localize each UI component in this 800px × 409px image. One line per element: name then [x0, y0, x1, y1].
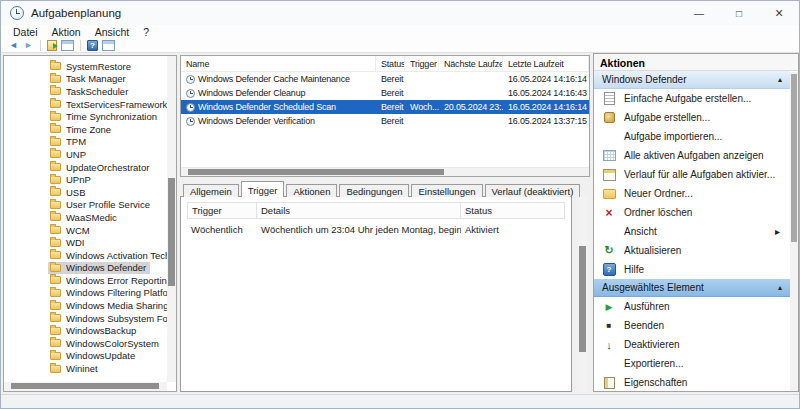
tree-vertical-scrollbar[interactable]: [167, 56, 176, 382]
tree-item[interactable]: TextServicesFramework: [4, 98, 176, 111]
actions-vertical-scrollbar[interactable]: [790, 72, 798, 391]
column-header-next-run[interactable]: Nächste Laufzeit: [439, 56, 503, 72]
action-menu-item[interactable]: Einfache Aufgabe erstellen...: [594, 89, 790, 108]
tree-item[interactable]: WindowsUpdate: [4, 350, 176, 363]
tree-item[interactable]: WCM: [4, 224, 176, 237]
trigger-row[interactable]: Wöchentlich Wöchentlich um 23:04 Uhr jed…: [187, 219, 565, 235]
action-menu-item[interactable]: Deaktivieren: [594, 335, 790, 354]
tree-item-label: TextServicesFramework: [66, 99, 167, 110]
column-header-status[interactable]: Status: [376, 56, 405, 72]
action-menu-item[interactable]: Beenden: [594, 316, 790, 335]
section-header-windows-defender[interactable]: Windows Defender ▴: [594, 71, 790, 89]
action-menu-item[interactable]: Aufgabe importieren...: [594, 127, 790, 146]
detail-vertical-scrollbar[interactable]: [578, 196, 587, 392]
action-pane-icon[interactable]: [102, 40, 115, 51]
action-menu-item[interactable]: Verlauf für alle Aufgaben aktivier...: [594, 165, 790, 184]
detail-tab[interactable]: Allgemein: [183, 184, 239, 197]
tree-item[interactable]: Task Manager: [4, 73, 176, 86]
menu-aktion[interactable]: Aktion: [45, 26, 88, 38]
titlebar[interactable]: Aufgabenplanung — □ ×: [1, 1, 799, 25]
folder-icon: [50, 239, 61, 247]
detail-tab[interactable]: Verlauf (deaktiviert): [485, 184, 581, 197]
tree-vertical-scrollbar-thumb[interactable]: [168, 178, 175, 286]
forward-arrow-icon[interactable]: ►: [21, 40, 36, 50]
action-menu-item[interactable]: Aktualisieren: [594, 241, 790, 260]
action-menu-item[interactable]: Ordner löschen: [594, 203, 790, 222]
maximize-button[interactable]: □: [719, 1, 759, 25]
column-header-trigger[interactable]: Trigger: [405, 56, 439, 72]
task-list-scrollbar-thumb[interactable]: [188, 169, 444, 175]
trigger-column-header[interactable]: Trigger: [187, 202, 257, 219]
collapse-caret-icon[interactable]: ▴: [778, 75, 782, 84]
action-menu-item[interactable]: Eigenschaften: [594, 373, 790, 392]
table-row[interactable]: Windows Defender Verification Bereit 16.…: [181, 114, 589, 128]
table-row[interactable]: Windows Defender Scheduled Scan Bereit W…: [181, 100, 589, 114]
folder-icon: [50, 150, 61, 158]
section-header-selected-element[interactable]: Ausgewähltes Element ▴: [594, 279, 790, 297]
tree-item[interactable]: Windows Activation Techr: [4, 249, 176, 262]
tree-horizontal-scrollbar[interactable]: [4, 382, 167, 391]
tree-item[interactable]: UNP: [4, 148, 176, 161]
menu-ansicht[interactable]: Ansicht: [88, 26, 136, 38]
detail-tab[interactable]: Einstellungen: [411, 184, 482, 197]
detail-tab[interactable]: Bedingungen: [339, 184, 409, 197]
action-menu-item[interactable]: Ausführen: [594, 297, 790, 316]
menu-help[interactable]: ?: [136, 26, 156, 38]
column-header-last-run[interactable]: Letzte Laufzeit: [503, 56, 589, 72]
tree-item[interactable]: TaskScheduler: [4, 85, 176, 98]
task-status: Bereit: [376, 86, 405, 100]
tree-horizontal-scrollbar-thumb[interactable]: [11, 383, 159, 389]
actions-scrollbar-thumb[interactable]: [791, 74, 797, 242]
task-scheduler-window: Aufgabenplanung — □ × Datei Aktion Ansic…: [0, 0, 800, 409]
minimize-button[interactable]: —: [679, 1, 719, 25]
tree-item[interactable]: WindowsColorSystem: [4, 337, 176, 350]
tree-item[interactable]: SystemRestore: [4, 60, 176, 73]
tree-item[interactable]: WindowsBackup: [4, 324, 176, 337]
menu-datei[interactable]: Datei: [6, 26, 45, 38]
collapse-caret-icon[interactable]: ▴: [778, 283, 782, 292]
close-button[interactable]: ×: [759, 1, 799, 25]
action-item-icon: [602, 225, 616, 238]
tree-item[interactable]: Windows Defender: [4, 262, 176, 275]
tree-item[interactable]: Time Synchronization: [4, 110, 176, 123]
tree-item[interactable]: WDI: [4, 236, 176, 249]
table-row[interactable]: Windows Defender Cleanup Bereit 16.05.20…: [181, 86, 589, 100]
back-arrow-icon[interactable]: ◄: [6, 40, 21, 50]
action-menu-item[interactable]: Hilfe: [594, 260, 790, 279]
action-menu-item[interactable]: Alle aktiven Aufgaben anzeigen: [594, 146, 790, 165]
export-list-icon[interactable]: [47, 40, 57, 51]
tree-item[interactable]: UpdateOrchestrator: [4, 161, 176, 174]
tree-item[interactable]: Windows Media Sharing: [4, 299, 176, 312]
tree-item[interactable]: USB: [4, 186, 176, 199]
console-window-icon[interactable]: [61, 40, 74, 51]
action-menu-item[interactable]: Neuer Ordner...: [594, 184, 790, 203]
trigger-type: Wöchentlich: [187, 224, 257, 235]
tree-item[interactable]: Wininet: [4, 362, 176, 375]
folder-icon: [50, 327, 61, 335]
tree-item[interactable]: Windows Filtering Platfor: [4, 287, 176, 300]
folder-icon: [50, 264, 61, 272]
detail-tab[interactable]: Aktionen: [286, 184, 337, 197]
table-row[interactable]: Windows Defender Cache Maintenance Berei…: [181, 72, 589, 86]
actions-body: Windows Defender ▴ Einfache Aufgabe erst…: [594, 71, 790, 392]
tree-item[interactable]: Windows Subsystem For L: [4, 312, 176, 325]
tree-item-label: Windows Filtering Platfor: [66, 287, 171, 298]
tree-item[interactable]: Time Zone: [4, 123, 176, 136]
details-column-header[interactable]: Details: [257, 202, 461, 219]
action-menu-item[interactable]: Aufgabe erstellen...: [594, 108, 790, 127]
window-title: Aufgabenplanung: [31, 7, 121, 19]
status-column-header[interactable]: Status: [461, 202, 565, 219]
detail-scrollbar-thumb[interactable]: [579, 246, 586, 352]
action-menu-item[interactable]: Exportieren...: [594, 354, 790, 373]
tree-item[interactable]: WaaSMedic: [4, 211, 176, 224]
tree-item[interactable]: UPnP: [4, 173, 176, 186]
tree-item[interactable]: User Profile Service: [4, 199, 176, 212]
tree-item[interactable]: Windows Error Reporting: [4, 274, 176, 287]
detail-tab[interactable]: Trigger: [241, 181, 285, 197]
task-clock-icon: [186, 89, 195, 98]
help-icon[interactable]: ?: [87, 40, 98, 51]
task-list-horizontal-scrollbar[interactable]: [181, 167, 589, 176]
action-menu-item[interactable]: Ansicht: [594, 222, 790, 241]
tree-item[interactable]: TPM: [4, 136, 176, 149]
column-header-name[interactable]: Name: [181, 56, 376, 72]
